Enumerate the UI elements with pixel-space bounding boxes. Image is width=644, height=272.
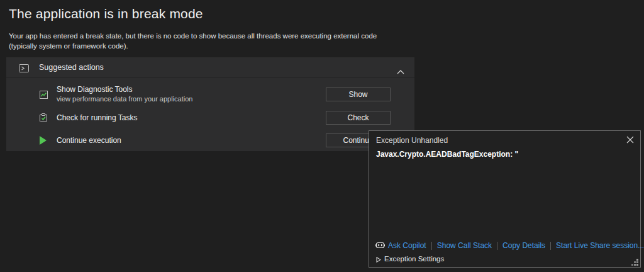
copilot-icon	[375, 242, 385, 249]
running-tasks-icon	[40, 113, 48, 122]
exception-dialog: Exception Unhandled Javax.Crypto.AEADBad…	[369, 130, 641, 268]
exception-message: Javax.Crypto.AEADBadTagException: "	[376, 150, 631, 159]
exception-settings-label: Exception Settings	[384, 255, 444, 263]
continue-title: Continue execution	[57, 136, 121, 145]
exception-dialog-title: Exception Unhandled	[376, 136, 448, 145]
page-subtitle: Your app has entered a break state, but …	[9, 31, 397, 51]
suggested-actions-panel: Suggested actions Show Diagnostic Tools …	[6, 57, 414, 151]
action-row-continue: Continue execution Continue	[6, 131, 414, 150]
close-icon[interactable]	[625, 135, 635, 145]
diagnostics-title: Show Diagnostic Tools	[57, 85, 192, 94]
ask-copilot-link[interactable]: Ask Copilot	[388, 241, 426, 250]
continue-play-icon	[40, 136, 48, 145]
copy-details-link[interactable]: Copy Details	[502, 241, 545, 250]
chevron-up-icon[interactable]	[397, 65, 404, 70]
link-separator	[431, 242, 432, 250]
exception-settings-expander[interactable]: Exception Settings	[376, 255, 444, 263]
check-button[interactable]: Check	[326, 111, 391, 125]
exception-dialog-links: Ask Copilot Show Call Stack Copy Details…	[375, 241, 644, 250]
link-separator	[550, 242, 551, 250]
suggested-actions-title: Suggested actions	[39, 63, 397, 72]
expander-triangle-icon	[376, 256, 381, 262]
suggested-actions-header[interactable]: Suggested actions	[6, 57, 414, 78]
diagnostics-subtitle: view performance data from your applicat…	[57, 94, 192, 103]
show-call-stack-link[interactable]: Show Call Stack	[437, 241, 492, 250]
link-separator	[497, 242, 497, 250]
show-button[interactable]: Show	[326, 88, 391, 101]
suggested-actions-icon	[19, 64, 29, 72]
action-row-tasks: Check for running Tasks Check	[6, 108, 414, 127]
action-row-diagnostics: Show Diagnostic Tools view performance d…	[6, 83, 414, 106]
resize-grip[interactable]	[631, 258, 639, 266]
page-title: The application is in break mode	[9, 6, 203, 21]
start-live-share-link[interactable]: Start Live Share session...	[556, 241, 644, 250]
tasks-title: Check for running Tasks	[57, 113, 138, 123]
diagnostic-tools-icon	[40, 91, 48, 99]
